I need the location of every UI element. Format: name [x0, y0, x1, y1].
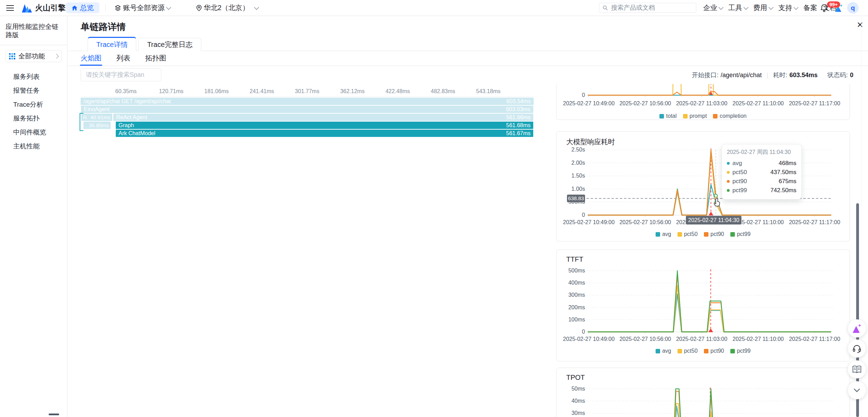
y-tick-label: 40ms: [559, 398, 585, 404]
product-search-box[interactable]: [599, 3, 696, 13]
nav-menu-支持[interactable]: 支持: [778, 0, 798, 16]
flame-span-ReAct-Agent[interactable]: ReAct Agent561.66ms: [113, 114, 533, 121]
docs-floating-button[interactable]: [848, 360, 866, 378]
legend-item-pct50[interactable]: pct50: [678, 231, 698, 237]
open-book-icon: [852, 365, 862, 374]
flame-span--[interactable]: .35.85ms: [83, 122, 111, 129]
status-value: 0: [850, 72, 853, 79]
legend-swatch: [713, 114, 717, 118]
sidebar-item-报警任务[interactable]: 报警任务: [0, 84, 67, 98]
active-subtab-underline: [80, 65, 102, 66]
sidebar-item-服务拓扑[interactable]: 服务拓扑: [0, 112, 67, 125]
chart-legend: avgpct50pct90pct99: [557, 231, 850, 237]
sidebar-item-中间件概览[interactable]: 中间件概览: [0, 125, 67, 139]
legend-item-avg[interactable]: avg: [656, 231, 671, 237]
legend-swatch: [659, 114, 664, 118]
close-icon[interactable]: ×: [854, 19, 866, 31]
flame-span-Ark-ChatModel[interactable]: Ark ChatModel561.67ms: [116, 130, 533, 137]
flame-span-EinoAgent[interactable]: EinoAgent603.03ms: [81, 106, 533, 113]
chevron-down-icon: [166, 5, 171, 9]
y-tick-label: 2.00s: [559, 160, 585, 166]
y-tick-label: 500ms: [559, 268, 585, 274]
subtab-拓扑图[interactable]: 拓扑图: [145, 54, 166, 63]
tooltip-series-value: 437.50ms: [770, 169, 796, 176]
volcengine-logo-icon: [22, 3, 32, 13]
y-tick-label: 300ms: [559, 292, 585, 298]
span-label: Graph: [119, 122, 134, 129]
flame-axis-tick: 60.35ms: [107, 88, 145, 95]
chart-plot[interactable]: [588, 84, 831, 95]
legend-swatch: [704, 349, 708, 353]
flame-span--agent-api-chat-GET-agent-api-chat[interactable]: /agent/api/chat GET /agent/api/chat603.5…: [81, 98, 534, 105]
legend-item-total[interactable]: total: [659, 113, 676, 119]
all-features-label: 全部功能: [18, 52, 45, 61]
span-label: EinoAgent: [84, 106, 109, 113]
nav-menu-工具[interactable]: 工具: [728, 0, 748, 16]
brand-logo[interactable]: 火山引擎: [22, 0, 66, 16]
chart-title: TPOT: [566, 374, 585, 382]
flame-span-Graph[interactable]: Graph561.68ms: [116, 122, 533, 129]
subtabs-bar: 火焰图列表拓扑图: [68, 51, 868, 66]
nav-overview-button[interactable]: 总览: [66, 2, 99, 13]
support-floating-button[interactable]: [848, 340, 866, 358]
tooltip-series-dot: [727, 189, 730, 192]
legend-swatch: [656, 349, 660, 353]
legend-label: total: [666, 113, 676, 119]
nav-menu-企业[interactable]: 企业: [703, 0, 723, 16]
legend-item-completion[interactable]: completion: [713, 113, 746, 119]
legend-swatch: [704, 232, 708, 237]
y-tick-label: 200ms: [559, 304, 585, 311]
span-duration: 603.54ms: [506, 98, 531, 105]
chart-plot[interactable]: [588, 271, 831, 332]
status-label: 状态码:: [827, 71, 848, 79]
legend-item-avg[interactable]: avg: [656, 348, 671, 354]
llm-metrics-panel: 02025-02-27 10:49:002025-02-27 10:56:002…: [549, 84, 857, 417]
legend-item-pct50[interactable]: pct50: [678, 348, 698, 354]
flame-axis-tick: 422.48ms: [379, 88, 417, 95]
chart-card-TPOT: TPOT50ms40ms30ms2025-02-27 10:49:002025-…: [556, 368, 850, 417]
product-search-input[interactable]: [610, 4, 692, 12]
user-avatar[interactable]: q: [847, 2, 859, 14]
ai-assistant-floating-button[interactable]: [848, 319, 866, 337]
y-tick-label: 50ms: [559, 386, 585, 392]
hamburger-menu-icon[interactable]: [6, 0, 14, 16]
legend-item-pct99[interactable]: pct99: [730, 231, 751, 237]
tab-Trace完整日志[interactable]: Trace完整日志: [138, 38, 201, 51]
resource-scope-dropdown[interactable]: 账号全部资源: [115, 0, 170, 16]
sidebar-item-主机性能[interactable]: 主机性能: [0, 139, 67, 153]
legend-item-pct90[interactable]: pct90: [704, 348, 724, 354]
tab-Trace详情[interactable]: Trace详情: [88, 37, 136, 51]
sidebar-item-服务列表[interactable]: 服务列表: [0, 70, 67, 84]
sidebar-resize-handle[interactable]: [49, 414, 59, 415]
collapse-floating-button[interactable]: [848, 381, 866, 399]
legend-swatch: [730, 232, 735, 237]
legend-label: avg: [662, 231, 671, 237]
sidebar-item-Trace分析[interactable]: Trace分析: [0, 98, 67, 112]
legend-item-pct90[interactable]: pct90: [704, 231, 724, 237]
legend-label: pct99: [737, 231, 751, 237]
chart-plot[interactable]: [588, 389, 831, 417]
duration-label: 耗时:: [773, 71, 787, 79]
span-search-box[interactable]: [81, 68, 161, 81]
region-dropdown[interactable]: 华北2（北京）: [196, 0, 258, 16]
notifications-button[interactable]: [820, 0, 828, 16]
subtab-列表[interactable]: 列表: [116, 54, 130, 63]
span-search-input[interactable]: [85, 71, 167, 79]
subtab-火焰图[interactable]: 火焰图: [81, 54, 102, 63]
location-pin-icon: [196, 5, 202, 11]
nav-menu-备案[interactable]: 备案: [803, 0, 817, 16]
all-features-button[interactable]: 全部功能: [5, 50, 62, 62]
flame-axis-tick: 543.18ms: [469, 88, 508, 95]
series-pct99: [588, 271, 831, 332]
duration-value: 603.54ms: [789, 72, 818, 79]
legend-item-pct99[interactable]: pct99: [730, 348, 751, 354]
flame-graph[interactable]: 60.35ms120.71ms181.06ms241.41ms301.77ms3…: [81, 88, 534, 143]
chevron-down-icon: [794, 5, 798, 9]
overview-label: 总览: [80, 3, 94, 13]
legend-item-prompt[interactable]: prompt: [683, 113, 707, 119]
span-label: R.: [83, 114, 88, 120]
flame-span-R-[interactable]: R.40.91ms: [81, 114, 112, 121]
tooltip-series-name: pct50: [732, 169, 747, 176]
nav-menu-费用[interactable]: 费用: [753, 0, 773, 16]
hamburger-glyph: [6, 5, 14, 11]
